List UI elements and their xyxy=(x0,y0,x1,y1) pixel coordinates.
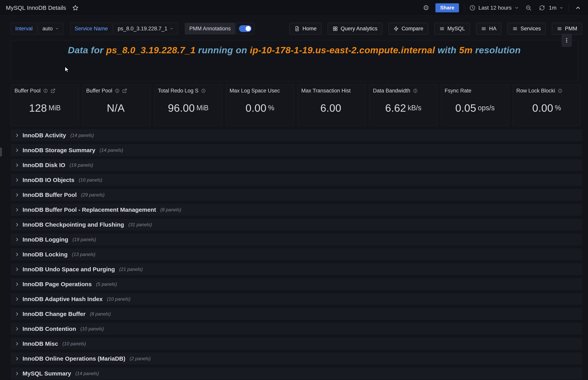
panel-menu-button[interactable] xyxy=(562,34,572,47)
stat-panel-title: Buffer Pool xyxy=(15,88,40,94)
nav-button-ha[interactable]: HA xyxy=(476,23,501,35)
nav-button-label: MySQL xyxy=(447,26,465,32)
external-link-icon[interactable] xyxy=(51,88,56,93)
row-innodb-io-objects[interactable]: InnoDB IO Objects (10 panels) xyxy=(11,174,582,186)
row-panel-count: (10 panels) xyxy=(79,177,102,183)
chevron-right-icon xyxy=(15,282,19,286)
nav-button-label: Query Analytics xyxy=(341,26,378,32)
stat-panel-title: Total Redo Log S xyxy=(158,88,198,94)
time-range-picker[interactable]: Last 12 hours xyxy=(469,5,519,11)
row-title: InnoDB Buffer Pool xyxy=(22,191,77,198)
row-innodb-logging[interactable]: InnoDB Logging (19 panels) xyxy=(11,233,582,246)
chevron-right-icon xyxy=(15,356,19,361)
info-icon[interactable] xyxy=(558,88,563,93)
row-mysql-summary[interactable]: MySQL Summary (14 panels) xyxy=(11,367,582,380)
row-innodb-locking[interactable]: InnoDB Locking (13 panels) xyxy=(11,248,582,260)
dashboard-settings-button[interactable]: ⚙ xyxy=(422,3,430,13)
chevron-right-icon xyxy=(15,178,19,182)
pmm-annotations-control: PMM Annotations xyxy=(185,23,254,35)
interval-value-dropdown[interactable]: auto xyxy=(38,23,64,35)
stat-panel-title: Max Log Space Usec xyxy=(229,88,280,94)
nav-button-services[interactable]: Services xyxy=(508,23,546,35)
time-range-label: Last 12 hours xyxy=(478,5,512,11)
menu-icon xyxy=(557,26,562,31)
chevron-right-icon xyxy=(15,133,19,138)
collapse-header-button[interactable] xyxy=(574,4,582,12)
external-link-icon[interactable] xyxy=(122,88,127,93)
row-panel-count: (19 panels) xyxy=(70,162,93,168)
chevron-right-icon xyxy=(15,326,19,331)
service-name-label: Service Name xyxy=(70,23,113,35)
row-innodb-disk-io[interactable]: InnoDB Disk IO (19 panels) xyxy=(11,159,582,171)
stat-value: N/A xyxy=(107,102,125,114)
stat-panel-data-bandwidth: Data Bandwidth 6.62kB/s xyxy=(369,84,437,126)
stat-panel-max-log-space-used: Max Log Space Usec 0.00% xyxy=(226,84,294,126)
divider xyxy=(569,4,569,12)
zoom-out-button[interactable] xyxy=(524,3,533,12)
nav-button-mysql[interactable]: MySQL xyxy=(435,23,470,35)
chevron-right-icon xyxy=(15,163,19,168)
stat-value: 6.62 xyxy=(385,102,406,114)
row-innodb-adaptive-hash-index[interactable]: InnoDB Adaptive Hash Index (10 panels) xyxy=(11,293,582,305)
stat-panel-title: Data Bandwidth xyxy=(373,88,410,94)
info-icon[interactable] xyxy=(201,88,206,93)
row-innodb-buffer-pool-replacement[interactable]: InnoDB Buffer Pool - Replacement Managem… xyxy=(11,204,582,216)
refresh-button[interactable] xyxy=(538,4,546,12)
zoom-out-icon xyxy=(525,5,531,11)
service-name-dropdown[interactable]: ps_8.0_3.19.228.7_1 xyxy=(113,23,178,35)
share-button[interactable]: Share xyxy=(436,3,459,12)
nav-button-label: PMM xyxy=(565,26,577,32)
dashboard-toolbar: Interval auto Service Name ps_8.0_3.19.2… xyxy=(11,23,582,35)
row-title: MySQL Summary xyxy=(22,370,71,377)
row-title: InnoDB Undo Space and Purging xyxy=(22,266,115,273)
nav-button-query-analytics[interactable]: Query Analytics xyxy=(328,23,382,35)
row-panel-count: (5 panels) xyxy=(96,282,117,287)
nav-button-pmm[interactable]: PMM xyxy=(552,23,582,35)
row-innodb-online-operations-mariadb[interactable]: InnoDB Online Operations (MariaDB) (2 pa… xyxy=(11,353,582,364)
favorite-star-button[interactable] xyxy=(71,3,80,12)
stat-value: 0.00 xyxy=(246,102,266,114)
pmm-annotations-toggle[interactable] xyxy=(236,23,254,35)
refresh-interval-dropdown[interactable]: 1m xyxy=(549,5,564,11)
stat-panel-row-lock-blocking: Row Lock Blocki 0.00% xyxy=(512,84,581,126)
row-innodb-undo-space-purging[interactable]: InnoDB Undo Space and Purging (21 panels… xyxy=(11,263,582,275)
row-innodb-page-operations[interactable]: InnoDB Page Operations (5 panels) xyxy=(11,278,582,290)
row-innodb-checkpointing-flushing[interactable]: InnoDB Checkpointing and Flushing (31 pa… xyxy=(11,219,582,230)
toggle-track xyxy=(239,25,251,32)
row-panel-count: (8 panels) xyxy=(90,311,111,317)
row-panel-count: (10 panels) xyxy=(107,296,131,302)
info-icon[interactable] xyxy=(115,88,120,93)
row-innodb-storage-summary[interactable]: InnoDB Storage Summary (14 panels) xyxy=(11,144,582,156)
info-icon[interactable] xyxy=(413,88,418,93)
stat-panel-fsync-rate: Fsync Rate 0.05ops/s xyxy=(441,84,509,126)
scrollbar-thumb[interactable] xyxy=(0,148,2,156)
row-innodb-misc[interactable]: InnoDB Misc (10 panels) xyxy=(11,338,582,350)
nav-button-home[interactable]: Home xyxy=(289,23,322,35)
row-innodb-contention[interactable]: InnoDB Contention (10 panels) xyxy=(11,323,582,335)
nav-button-label: HA xyxy=(489,26,496,32)
banner-segment: running on xyxy=(195,45,250,55)
stat-panel-total-redo-log: Total Redo Log S 96.00MiB xyxy=(154,84,222,126)
row-title: InnoDB IO Objects xyxy=(22,177,75,183)
stat-panel-title: Buffer Pool xyxy=(86,88,112,94)
info-icon[interactable] xyxy=(43,88,48,93)
stat-panel-buffer-pool: Buffer Pool 128MiB xyxy=(11,84,79,126)
row-innodb-change-buffer[interactable]: InnoDB Change Buffer (8 panels) xyxy=(11,308,582,320)
banner-segment: with xyxy=(435,45,459,55)
nav-button-compare[interactable]: Compare xyxy=(389,23,428,35)
row-title: InnoDB Checkpointing and Flushing xyxy=(22,221,124,228)
row-title: InnoDB Storage Summary xyxy=(22,147,95,153)
stat-unit: MiB xyxy=(196,104,209,112)
stat-value: 96.00 xyxy=(168,102,195,114)
bolt-icon xyxy=(394,26,399,31)
kebab-menu-icon xyxy=(564,38,569,43)
row-innodb-buffer-pool[interactable]: InnoDB Buffer Pool (29 panels) xyxy=(11,189,582,201)
row-innodb-activity[interactable]: InnoDB Activity (14 panels) xyxy=(11,129,582,141)
banner-text-panel: Data for ps_8.0_3.19.228.7_1 running on … xyxy=(11,40,578,81)
banner-text: Data for ps_8.0_3.19.228.7_1 running on … xyxy=(11,45,578,56)
row-panel-count: (19 panels) xyxy=(73,237,96,242)
stat-panel-buffer-pool-2: Buffer Pool N/A xyxy=(82,84,151,126)
stat-panel-max-transaction-history: Max Transaction Hist 6.00 xyxy=(298,84,366,126)
row-panel-count: (31 panels) xyxy=(128,222,152,228)
stat-unit: % xyxy=(268,104,274,112)
